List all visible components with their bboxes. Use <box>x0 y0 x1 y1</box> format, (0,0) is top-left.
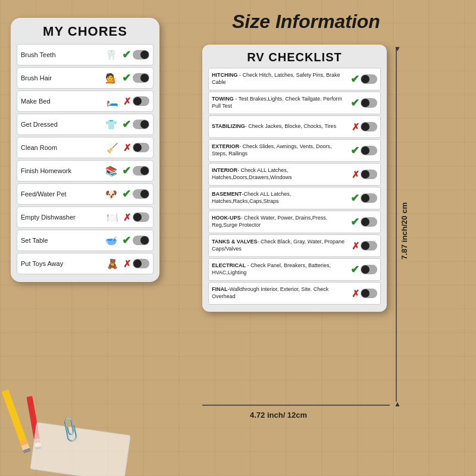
chore-label: Make Bed <box>21 98 104 105</box>
toggle-group[interactable]: ✔ <box>122 71 149 84</box>
x-mark: ✗ <box>123 258 131 270</box>
chore-row: Brush Teeth🦷✔ <box>17 44 154 65</box>
rv-row: ELECTRICAL - Check Panel, Breakers, Batt… <box>208 258 381 281</box>
check-mark: ✔ <box>122 118 131 131</box>
chore-row: Clean Room🧹✗ <box>17 137 154 158</box>
check-mark: ✔ <box>122 164 131 177</box>
toggle-button[interactable] <box>133 166 149 176</box>
toggle-group[interactable]: ✗ <box>123 212 149 223</box>
chore-icon: 📚 <box>103 165 120 177</box>
chore-icon: 🦷 <box>103 49 120 61</box>
toggle-group[interactable]: ✗ <box>123 142 149 154</box>
toggle-button[interactable] <box>361 170 377 179</box>
chore-row: Put Toys Away🧸✗ <box>17 253 154 274</box>
toggle-button[interactable] <box>361 217 377 227</box>
rv-toggle-group[interactable]: ✗ <box>352 169 377 180</box>
check-mark: ✔ <box>122 234 131 247</box>
dimension-line-horizontal <box>202 405 390 406</box>
rv-toggle-group[interactable]: ✔ <box>350 215 377 228</box>
x-mark: ✗ <box>123 142 131 154</box>
toggle-group[interactable]: ✔ <box>122 118 149 131</box>
chore-row: Brush Hair💁✔ <box>17 67 154 89</box>
chores-card: MY CHORES Brush Teeth🦷✔Brush Hair💁✔Make … <box>11 18 159 282</box>
rv-toggle-group[interactable]: ✔ <box>350 263 377 276</box>
rv-list: HITCHING - Check Hitch, Latches, Safety … <box>208 68 381 305</box>
chore-label: Get Dressed <box>21 121 103 128</box>
rv-label: HITCHING - Check Hitch, Latches, Safety … <box>212 72 348 86</box>
toggle-button[interactable] <box>133 143 149 152</box>
x-mark: ✗ <box>352 169 359 180</box>
toggle-group[interactable]: ✔ <box>122 164 149 177</box>
toggle-button[interactable] <box>361 193 377 203</box>
dim-label-vertical: 7.87 inch/20 cm <box>400 202 409 259</box>
x-mark: ✗ <box>123 96 131 107</box>
check-mark: ✔ <box>122 187 131 201</box>
check-mark: ✔ <box>122 71 131 84</box>
chore-row: Finish Homework📚✔ <box>17 160 154 181</box>
toggle-group[interactable]: ✗ <box>123 96 149 107</box>
rv-label: TOWING - Test Brakes,Lights. Check Tailg… <box>212 96 348 109</box>
rv-card: RV CHECKLIST HITCHING - Check Hitch, Lat… <box>202 45 387 312</box>
chore-label: Empty Dishwasher <box>21 214 104 221</box>
chore-row: Empty Dishwasher🍽️✗ <box>17 206 154 228</box>
rv-label: BASEMENT-Check ALL Latches, Hatches,Rack… <box>212 191 348 205</box>
rv-title: RV CHECKLIST <box>208 51 381 64</box>
dim-arrow-bottom: ▲ <box>394 400 401 408</box>
check-mark: ✔ <box>122 48 131 61</box>
x-mark: ✗ <box>352 288 359 299</box>
chore-icon: 🛏️ <box>104 96 121 107</box>
toggle-group[interactable]: ✔ <box>122 187 149 201</box>
rv-toggle-group[interactable]: ✔ <box>350 96 377 109</box>
dimension-line-vertical <box>396 48 397 402</box>
chore-icon: 👕 <box>103 119 120 130</box>
rv-label: HOOK-UPS- Check Water, Power, Drains,Pre… <box>212 215 348 228</box>
x-mark: ✗ <box>123 212 131 223</box>
toggle-button[interactable] <box>133 212 149 222</box>
chore-label: Set Table <box>21 237 103 244</box>
chore-row: Feed/Water Pet🐶✔ <box>17 183 154 205</box>
chore-label: Put Toys Away <box>21 260 104 267</box>
rv-toggle-group[interactable]: ✗ <box>352 121 377 133</box>
toggle-button[interactable] <box>361 241 377 250</box>
rv-row: INTERIOR- Check ALL Latches, Hatches,Doo… <box>208 163 381 186</box>
toggle-button[interactable] <box>361 146 377 155</box>
toggle-button[interactable] <box>133 96 149 106</box>
toggle-button[interactable] <box>133 73 149 83</box>
toggle-button[interactable] <box>133 189 149 199</box>
rv-row: HITCHING - Check Hitch, Latches, Safety … <box>208 68 381 90</box>
rv-toggle-group[interactable]: ✔ <box>350 73 377 86</box>
rv-toggle-group[interactable]: ✗ <box>352 240 377 252</box>
rv-label: STABILIZING- Check Jackes, Blocke, Chock… <box>212 123 349 130</box>
rv-row: BASEMENT-Check ALL Latches, Hatches,Rack… <box>208 187 381 209</box>
size-info-title: Size Information <box>232 11 380 33</box>
toggle-button[interactable] <box>361 289 377 298</box>
chore-icon: 🐶 <box>103 189 120 200</box>
toggle-group[interactable]: ✗ <box>123 258 149 270</box>
chore-icon: 🥣 <box>103 235 120 246</box>
x-mark: ✗ <box>352 121 359 133</box>
toggle-button[interactable] <box>361 98 377 108</box>
chore-icon: 🍽️ <box>104 212 121 223</box>
check-mark: ✔ <box>350 192 359 205</box>
rv-row: FINAL-Walkthrough Interior, Exterior, Si… <box>208 282 381 305</box>
rv-toggle-group[interactable]: ✗ <box>352 288 377 299</box>
rv-row: HOOK-UPS- Check Water, Power, Drains,Pre… <box>208 211 381 233</box>
toggle-button[interactable] <box>361 74 377 84</box>
rv-toggle-group[interactable]: ✔ <box>350 192 377 205</box>
dim-label-horizontal: 4.72 inch/ 12cm <box>250 411 307 419</box>
chore-label: Finish Homework <box>21 167 103 174</box>
chores-list: Brush Teeth🦷✔Brush Hair💁✔Make Bed🛏️✗Get … <box>17 44 154 274</box>
toggle-button[interactable] <box>133 120 149 129</box>
toggle-group[interactable]: ✔ <box>122 234 149 247</box>
rv-toggle-group[interactable]: ✔ <box>350 144 377 157</box>
toggle-button[interactable] <box>361 265 377 274</box>
toggle-button[interactable] <box>361 122 377 131</box>
toggle-group[interactable]: ✔ <box>122 48 149 61</box>
toggle-button[interactable] <box>133 50 149 60</box>
rv-row: TANKS & VALVES- Check Black, Gray, Water… <box>208 234 381 257</box>
toggle-button[interactable] <box>133 236 149 245</box>
chore-row: Make Bed🛏️✗ <box>17 90 154 112</box>
chore-icon: 🧹 <box>104 142 121 154</box>
toggle-button[interactable] <box>133 259 149 268</box>
chore-icon: 🧸 <box>104 258 121 270</box>
